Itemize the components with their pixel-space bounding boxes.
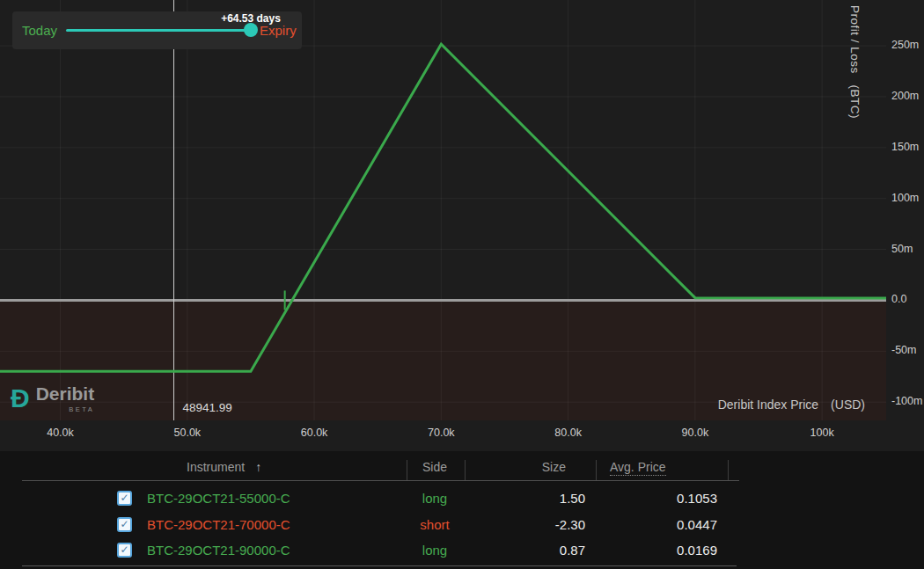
column-divider bbox=[465, 460, 466, 481]
position-side: long bbox=[404, 488, 466, 509]
x-axis-title: Deribit Index Price(USD) bbox=[718, 398, 865, 412]
table-bottom-divider bbox=[22, 565, 737, 566]
y-axis-title: Profit / Loss (BTC) bbox=[848, 5, 862, 119]
positions-table: Instrument↑ Side Size Avg. Price ✓ BTC-2… bbox=[0, 451, 924, 569]
position-checkbox[interactable]: ✓ bbox=[117, 543, 132, 558]
position-size: -2.30 bbox=[488, 514, 585, 536]
column-divider bbox=[596, 460, 597, 481]
column-divider bbox=[728, 460, 729, 481]
position-avg-price: 0.0447 bbox=[620, 514, 717, 536]
table-row: ✓ BTC-29OCT21-90000-C long 0.87 0.0169 bbox=[0, 540, 924, 561]
time-to-expiry-slider: Today +64.53 days Expiry bbox=[12, 11, 302, 49]
expiry-label: Expiry bbox=[260, 23, 297, 38]
pnl-chart-canvas bbox=[0, 0, 886, 420]
position-side: short bbox=[404, 514, 466, 536]
column-header-size: Size bbox=[469, 460, 566, 474]
instrument-name[interactable]: BTC-29OCT21-70000-C bbox=[147, 514, 290, 536]
column-header-side: Side bbox=[404, 460, 466, 474]
header-divider bbox=[22, 480, 739, 481]
column-header-instrument[interactable]: Instrument↑ bbox=[187, 460, 261, 474]
position-avg-price: 0.0169 bbox=[620, 540, 717, 561]
position-checkbox[interactable]: ✓ bbox=[117, 517, 132, 532]
table-row: ✓ BTC-29OCT21-55000-C long 1.50 0.1053 bbox=[0, 488, 924, 509]
today-label: Today bbox=[22, 23, 57, 38]
position-checkbox[interactable]: ✓ bbox=[117, 491, 132, 506]
position-size: 0.87 bbox=[488, 540, 585, 561]
y-axis-tick-label: 50m bbox=[891, 243, 923, 255]
position-avg-price: 0.1053 bbox=[620, 488, 717, 509]
y-axis-tick-label: 150m bbox=[891, 141, 923, 153]
pnl-chart: Profit / Loss (BTC) 48941.99 Deribit Ind… bbox=[0, 0, 924, 451]
slider-track[interactable] bbox=[66, 29, 251, 32]
x-axis-unit: (USD) bbox=[831, 398, 865, 412]
y-axis-tick-label: -50m bbox=[891, 344, 923, 356]
current-index-price-value: 48941.99 bbox=[183, 401, 232, 414]
sort-ascending-icon: ↑ bbox=[255, 460, 261, 474]
y-axis-tick-label: 100m bbox=[891, 192, 923, 204]
x-axis-tick-label: 50.0k bbox=[161, 427, 214, 439]
x-axis-tick-label: 100k bbox=[796, 427, 848, 439]
instrument-name[interactable]: BTC-29OCT21-90000-C bbox=[147, 540, 290, 561]
column-header-avg-price[interactable]: Avg. Price bbox=[610, 460, 666, 476]
slider-handle[interactable] bbox=[244, 23, 258, 37]
y-axis-tick-label: 0.0 bbox=[891, 293, 923, 305]
deribit-brand-text: Deribit bbox=[36, 383, 95, 405]
column-divider bbox=[407, 460, 407, 481]
y-axis-tick-label: -100m bbox=[891, 395, 923, 407]
deribit-beta-tag: BETA bbox=[69, 405, 94, 413]
position-size: 1.50 bbox=[488, 488, 585, 509]
position-side: long bbox=[404, 540, 466, 561]
y-axis-tick-label: 200m bbox=[891, 90, 923, 102]
x-axis-title-text: Deribit Index Price bbox=[718, 398, 818, 412]
instrument-name[interactable]: BTC-29OCT21-55000-C bbox=[147, 488, 290, 509]
x-axis-tick-label: 70.0k bbox=[414, 427, 467, 439]
x-axis-tick-label: 60.0k bbox=[288, 427, 341, 439]
y-axis-tick-label: 250m bbox=[891, 39, 923, 51]
table-row: ✓ BTC-29OCT21-70000-C short -2.30 0.0447 bbox=[0, 514, 924, 536]
deribit-position-builder: Profit / Loss (BTC) 48941.99 Deribit Ind… bbox=[0, 0, 924, 569]
x-axis-tick-label: 80.0k bbox=[542, 427, 595, 439]
deribit-logo: Đ Deribit BETA bbox=[11, 383, 94, 413]
x-axis-tick-label: 90.0k bbox=[669, 427, 722, 439]
x-axis-tick-label: 40.0k bbox=[34, 427, 87, 439]
deribit-d-icon: Đ bbox=[11, 383, 30, 413]
